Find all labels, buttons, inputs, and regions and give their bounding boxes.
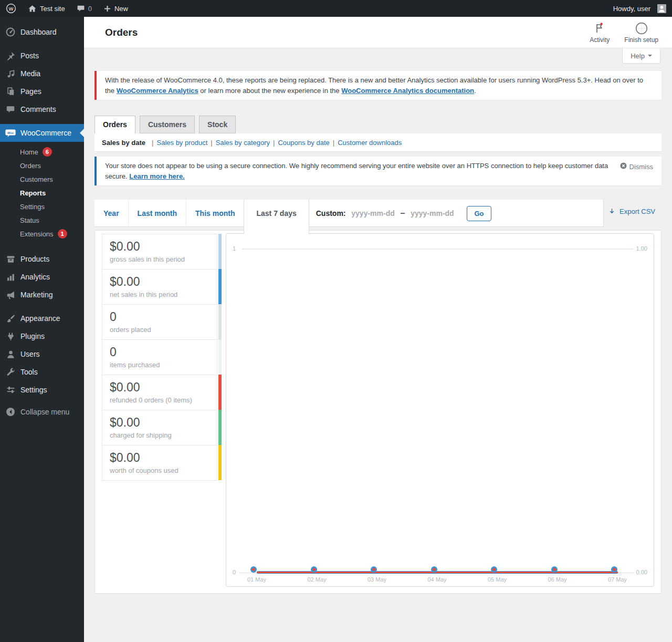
sidebar-item-users[interactable]: Users [0,345,84,363]
wordpress-icon: W [6,3,16,14]
stat-label: net sales in this period [110,291,209,298]
dismiss-button[interactable]: Dismiss [620,161,654,181]
x-axis-label: 04 May [421,576,454,583]
svg-text:W: W [9,6,14,12]
collapse-icon [5,407,16,417]
chart-point-05-may [492,568,496,571]
submenu-item-reports[interactable]: Reports [0,186,84,200]
sidebar-item-comments[interactable]: Comments [0,100,84,118]
sidebar-item-marketing[interactable]: Marketing [0,286,84,304]
export-csv-link[interactable]: Export CSV [608,208,655,215]
stat-orders-placed[interactable]: 0orders placed [102,304,217,340]
submenu-item-customers[interactable]: Customers [0,172,84,186]
submenu-item-label: Status [20,216,39,224]
help-label: Help [631,52,645,60]
tab-customers[interactable]: Customers [140,116,195,133]
sidebar-item-label: Comments [20,105,56,113]
tab-stock[interactable]: Stock [199,116,236,133]
x-axis-label: 03 May [360,576,394,583]
dismiss-x-circle-icon [620,162,627,170]
range-tab-year[interactable]: Year [94,200,129,227]
sales-report-widget: $0.00gross sales in this period$0.00net … [94,230,662,594]
submenu-item-label: Reports [20,189,46,197]
submenu-item-status[interactable]: Status [0,213,84,227]
marketing-icon [5,289,16,300]
sidebar-item-dashboard[interactable]: Dashboard [0,23,84,41]
stat-gross-sales-in-this-period[interactable]: $0.00gross sales in this period [102,234,217,270]
sidebar-item-analytics[interactable]: Analytics [0,268,84,286]
submenu-item-label: Orders [20,162,41,170]
sidebar-item-appearance[interactable]: Appearance [0,309,84,327]
tab-orders[interactable]: Orders [94,116,135,134]
stat-value: $0.00 [110,240,209,254]
chevron-down-icon [648,55,652,59]
collapse-menu-button[interactable]: Collapse menu [0,403,84,421]
stat-value: $0.00 [110,416,209,430]
count-badge: 1 [58,229,67,239]
x-axis-label: 06 May [541,576,574,583]
sidebar-item-tools[interactable]: Tools [0,363,84,381]
collapse-menu-label: Collapse menu [20,408,69,416]
sidebar-item-posts[interactable]: Posts [0,47,84,65]
stat-refunded-0-orders-0-items-[interactable]: $0.00refunded 0 orders (0 items) [102,375,217,410]
learn-more-link[interactable]: Learn more here. [129,172,185,180]
sidebar-item-label: Marketing [20,291,52,299]
subnav-link-sales-by-category[interactable]: Sales by category [216,139,270,147]
subnav-separator: | [152,139,153,147]
sidebar-item-woocommerce[interactable]: WooWooCommerce [0,124,84,142]
stat-value: $0.00 [110,451,209,465]
subnav-link-coupons-by-date[interactable]: Coupons by date [278,139,329,147]
submenu-item-orders[interactable]: Orders [0,159,84,172]
stat-label: refunded 0 orders (0 items) [110,396,209,404]
subnav-link-sales-by-product[interactable]: Sales by product [157,139,208,147]
stat-color-bar [218,234,222,269]
appearance-icon [5,313,16,324]
sidebar-item-plugins[interactable]: Plugins [0,327,84,345]
range-tab-last-month[interactable]: Last month [129,200,186,227]
finish-setup-button[interactable]: Finish setup [624,22,658,44]
wordpress-logo[interactable]: W [0,0,22,17]
woocommerce-analytics-link[interactable]: WooCommerce Analytics [117,87,198,95]
activity-button[interactable]: Activity [590,22,610,44]
new-content-menu[interactable]: New [98,0,134,17]
stat-label: orders placed [110,326,209,334]
range-tab-last-7-days[interactable]: Last 7 days [244,200,309,234]
site-name-link[interactable]: Test site [22,0,71,17]
stat-net-sales-in-this-period[interactable]: $0.00net sales in this period [102,269,217,305]
sidebar-item-settings[interactable]: Settings [0,381,84,399]
subnav-link-customer-downloads[interactable]: Customer downloads [338,139,402,147]
setup-progress-circle-icon [635,22,648,35]
site-name: Test site [40,5,65,13]
sidebar-item-pages[interactable]: Pages [0,82,84,100]
activity-flag-icon [594,22,605,35]
sidebar-item-label: Posts [20,51,39,60]
stat-charged-for-shipping[interactable]: $0.00charged for shipping [102,410,217,446]
range-tab-this-month[interactable]: This month [186,200,244,227]
chart-legend-stats: $0.00gross sales in this period$0.00net … [102,234,217,481]
gridline [242,248,633,250]
stat-items-purchased[interactable]: 0items purchased [102,339,217,375]
my-account-menu[interactable]: Howdy, user [607,0,672,17]
admin-menu: DashboardPostsMediaPagesCommentsWooWooCo… [0,23,84,399]
analytics-documentation-link[interactable]: WooCommerce Analytics documentation [341,87,474,95]
sidebar-item-products[interactable]: Products [0,250,84,268]
date-from-input[interactable] [349,209,397,218]
submenu-item-extensions[interactable]: Extensions1 [0,227,84,241]
stat-worth-of-coupons-used[interactable]: $0.00worth of coupons used [102,445,217,481]
menu-separator [0,118,84,124]
submenu-item-settings[interactable]: Settings [0,200,84,213]
sidebar-item-media[interactable]: Media [0,65,84,82]
chart-point-04-may [433,568,436,571]
page-body: With the release of WooCommerce 4.0, the… [84,71,672,594]
stat-value: 0 [110,310,209,324]
range-separator: – [401,209,405,218]
comments-counter[interactable]: 0 [71,0,98,17]
submenu-item-home[interactable]: Home6 [0,145,84,159]
chart-point-07-may [613,568,616,571]
stat-value: $0.00 [110,380,209,395]
go-button[interactable]: Go [467,206,491,221]
date-to-input[interactable] [408,209,456,218]
subnav-current-sales-by-date: Sales by date [102,139,145,147]
help-dropdown[interactable]: Help [622,48,660,64]
sidebar-item-label: Tools [20,368,38,376]
